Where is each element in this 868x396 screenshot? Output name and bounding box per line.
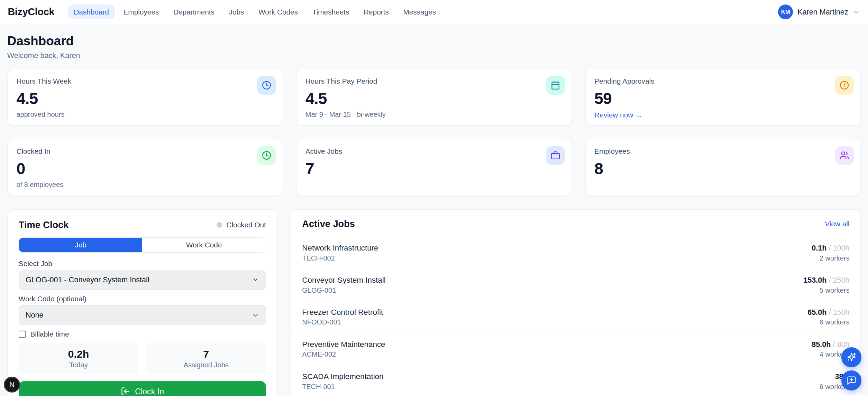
job-row-nfood-001[interactable]: Freezer Control RetrofitNFOOD-00165.0h /… — [291, 301, 860, 333]
job-name: Preventive Maintenance — [302, 340, 385, 349]
app-logo: BizyClock — [8, 6, 54, 18]
job-workers: 6 workers — [807, 318, 849, 326]
stat-subtext: Mar 9 - Mar 15 · bi-weekly — [305, 111, 563, 119]
nav-item-jobs[interactable]: Jobs — [223, 4, 250, 19]
job-code: TECH-001 — [302, 383, 383, 391]
job-budget: / 100h — [826, 244, 849, 252]
job-budget: / 250h — [826, 276, 849, 284]
select-job-dropdown[interactable]: GLOG-001 - Conveyor System Install — [19, 270, 266, 290]
user-menu[interactable]: KM Karen Martinez — [778, 4, 860, 19]
clock-in-button[interactable]: Clock In — [19, 381, 266, 396]
chevron-down-icon — [852, 8, 860, 16]
message-plus-icon — [847, 376, 857, 386]
job-code: TECH-002 — [302, 254, 378, 262]
job-name: Freezer Control Retrofit — [302, 308, 383, 317]
job-metrics: 65.0h / 150h6 workers — [807, 308, 849, 327]
nav-item-reports[interactable]: Reports — [357, 4, 395, 19]
job-code: GLOG-001 — [302, 286, 385, 294]
avatar[interactable]: KM — [778, 4, 793, 19]
clock-in-label: Clock In — [135, 387, 164, 396]
nav-item-employees[interactable]: Employees — [117, 4, 165, 19]
job-hours: 0.1h / 100h — [812, 244, 849, 253]
stat-label: Hours This Week — [16, 77, 274, 85]
job-name: Conveyor System Install — [302, 276, 385, 285]
job-name: Network Infrastructure — [302, 244, 378, 253]
job-metrics: 153.0h / 250h5 workers — [803, 276, 849, 294]
clock-mode-tab-job[interactable]: Job — [19, 238, 143, 253]
nav-item-timesheets[interactable]: Timesheets — [306, 4, 355, 19]
ai-assistant-button[interactable] — [841, 347, 861, 367]
stat-label: Pending Approvals — [594, 77, 852, 85]
job-name: SCADA Implementation — [302, 372, 383, 381]
select-job-value: GLOG-001 - Conveyor System Install — [26, 275, 149, 284]
stat-card-active-jobs: Active Jobs7 — [296, 139, 572, 196]
chevron-down-icon — [252, 276, 259, 283]
nav-item-messages[interactable]: Messages — [397, 4, 442, 19]
job-row-acme-002[interactable]: Preventive MaintenanceACME-00285.0h / 80… — [291, 333, 860, 366]
main-nav: DashboardEmployeesDepartmentsJobsWork Co… — [68, 4, 442, 19]
stat-card-hours-this-week: Hours This Week4.5approved hours — [7, 69, 283, 126]
dev-tools-badge[interactable]: N — [4, 377, 20, 393]
mini-stat-label: Today — [69, 361, 88, 369]
time-clock-title: Time Clock — [19, 219, 69, 230]
status-dot-icon — [217, 222, 222, 228]
stat-label: Hours This Pay Period — [305, 77, 563, 85]
stat-value: 0 — [16, 159, 274, 178]
stat-value: 4.5 — [305, 89, 563, 108]
stats-grid: Hours This Week4.5approved hoursHours Th… — [7, 69, 861, 196]
mini-stat-assigned-jobs: 7Assigned Jobs — [146, 343, 266, 374]
stat-value: 4.5 — [16, 89, 274, 108]
work-code-dropdown[interactable]: None — [19, 305, 266, 325]
job-info: Preventive MaintenanceACME-002 — [302, 340, 385, 359]
nav-item-departments[interactable]: Departments — [167, 4, 220, 19]
mini-stat-value: 7 — [203, 348, 209, 360]
new-message-button[interactable] — [841, 370, 861, 390]
view-all-link[interactable]: View all — [825, 220, 849, 228]
page-subtitle: Welcome back, Karen — [7, 51, 861, 60]
job-list: Network InfrastructureTECH-0020.1h / 100… — [291, 237, 860, 396]
job-hours: 85.0h / 80h — [812, 340, 849, 349]
stat-card-hours-this-pay-period: Hours This Pay Period4.5Mar 9 - Mar 15 ·… — [296, 69, 572, 126]
active-jobs-panel: Active Jobs View all Network Infrastruct… — [291, 209, 861, 396]
chevron-down-icon — [252, 312, 259, 319]
work-code-label: Work Code (optional) — [19, 295, 266, 303]
briefcase-icon — [546, 146, 565, 165]
stat-label: Active Jobs — [305, 147, 563, 155]
nav-item-dashboard[interactable]: Dashboard — [68, 4, 115, 19]
time-clock-panel: Time Clock Clocked Out JobWork Code Sele… — [7, 209, 277, 396]
stat-subtext: of 8 employees — [16, 181, 274, 189]
stat-value: 8 — [594, 159, 852, 178]
stat-card-employees: Employees8 — [585, 139, 861, 196]
billable-time-label: Billable time — [30, 330, 69, 338]
billable-time-checkbox[interactable] — [19, 330, 26, 338]
job-code: ACME-002 — [302, 350, 385, 358]
clock-mode-tab-work-code[interactable]: Work Code — [142, 238, 266, 253]
review-now-link[interactable]: Review now → — [594, 111, 642, 119]
main-content: Dashboard Welcome back, Karen Hours This… — [0, 34, 868, 396]
active-jobs-title: Active Jobs — [302, 218, 355, 229]
alert-circle-icon — [835, 76, 854, 94]
dashboard-page: BizyClock DashboardEmployeesDepartmentsJ… — [0, 0, 868, 396]
stat-card-clocked-in: Clocked In0of 8 employees — [7, 139, 283, 196]
job-row-glog-001[interactable]: Conveyor System InstallGLOG-001153.0h / … — [291, 269, 860, 301]
mini-stat-value: 0.2h — [68, 348, 89, 360]
sparkles-icon — [847, 352, 857, 362]
job-hours: 65.0h / 150h — [807, 308, 849, 317]
job-row-tech-001[interactable]: SCADA ImplementationTECH-001382.6 worker… — [291, 365, 860, 396]
panels-row: Time Clock Clocked Out JobWork Code Sele… — [7, 209, 861, 396]
job-workers: 5 workers — [803, 286, 849, 294]
stat-label: Employees — [594, 147, 852, 155]
top-navigation: BizyClock DashboardEmployeesDepartmentsJ… — [0, 0, 868, 24]
user-name: Karen Martinez — [797, 8, 848, 17]
stat-label: Clocked In — [16, 147, 274, 155]
page-head: Dashboard Welcome back, Karen — [7, 34, 861, 60]
job-workers: 2 workers — [812, 254, 849, 262]
job-budget: / 150h — [826, 308, 849, 317]
job-row-tech-002[interactable]: Network InfrastructureTECH-0020.1h / 100… — [291, 237, 860, 269]
job-info: Freezer Control RetrofitNFOOD-001 — [302, 308, 383, 327]
nav-item-work-codes[interactable]: Work Codes — [253, 4, 304, 19]
stat-value: 7 — [305, 159, 563, 178]
job-metrics: 0.1h / 100h2 workers — [812, 244, 849, 262]
job-info: SCADA ImplementationTECH-001 — [302, 372, 383, 391]
stat-card-pending-approvals: Pending Approvals59Review now → — [585, 69, 861, 126]
